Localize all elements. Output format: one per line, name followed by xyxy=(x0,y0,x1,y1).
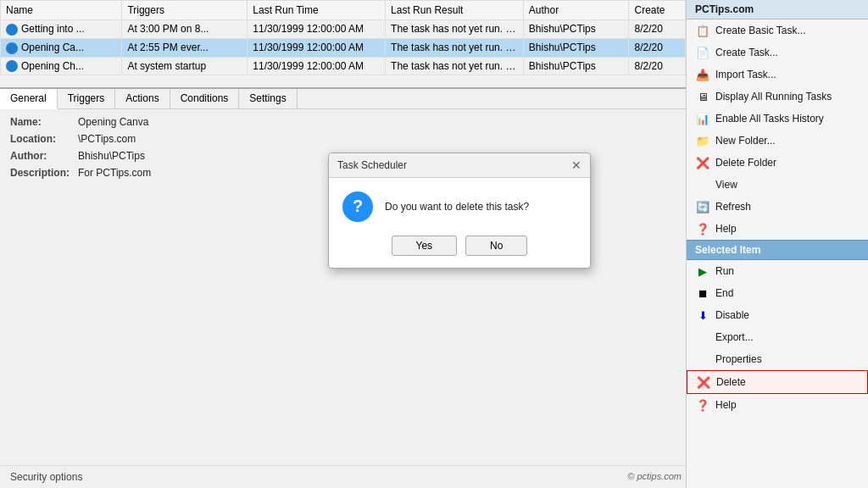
right-item-properties[interactable]: Properties xyxy=(687,348,868,370)
view-label: View xyxy=(715,179,737,191)
name-label: Name: xyxy=(10,116,78,128)
cell-trigger: At system startup xyxy=(122,57,248,75)
cell-author: Bhishu\PCTips xyxy=(523,20,629,39)
right-item-create-basic-task[interactable]: 📋Create Basic Task... xyxy=(687,19,868,42)
help-bottom-icon: ❓ xyxy=(695,397,710,413)
cell-result: The task has not yet run. (0x41303) xyxy=(386,20,524,39)
location-label: Location: xyxy=(10,133,78,145)
dialog-body: ? Do you want to delete this task? xyxy=(329,178,590,232)
cell-last-run: 11/30/1999 12:00:00 AM xyxy=(248,20,386,39)
right-item-disable[interactable]: ⬇Disable xyxy=(687,304,868,326)
view-icon xyxy=(695,177,710,192)
export-icon xyxy=(695,330,710,345)
security-section: Security options xyxy=(0,465,686,488)
right-item-help-bottom[interactable]: ❓Help xyxy=(687,394,868,416)
dialog-title-text: Task Scheduler xyxy=(337,159,407,171)
cell-name: Opening Ca... xyxy=(1,38,122,57)
dialog-message: Do you want to delete this task? xyxy=(385,201,529,213)
properties-label: Properties xyxy=(715,353,762,365)
table-row[interactable]: Getting into ... At 3:00 PM on 8... 11/3… xyxy=(1,20,686,39)
dialog-title-bar: Task Scheduler ✕ xyxy=(329,153,590,178)
right-item-refresh[interactable]: 🔄Refresh xyxy=(687,196,868,218)
cell-last-run: 11/30/1999 12:00:00 AM xyxy=(248,38,386,57)
enable-history-label: Enable All Tasks History xyxy=(715,113,824,125)
right-item-end[interactable]: ⏹End xyxy=(687,282,868,304)
cell-result: The task has not yet run. (0x41303) xyxy=(386,57,524,75)
dialog-close-button[interactable]: ✕ xyxy=(571,158,581,172)
refresh-icon: 🔄 xyxy=(695,199,710,214)
end-label: End xyxy=(715,287,733,299)
right-item-run[interactable]: ▶Run xyxy=(687,260,868,282)
end-icon: ⏹ xyxy=(695,286,710,301)
import-task-icon: 📥 xyxy=(695,67,710,82)
right-item-delete-folder[interactable]: ❌Delete Folder xyxy=(687,152,868,174)
delete-icon: ❌ xyxy=(696,374,711,390)
cell-trigger: At 3:00 PM on 8... xyxy=(122,20,248,39)
security-label: Security options xyxy=(10,471,82,483)
disable-icon: ⬇ xyxy=(695,308,710,323)
help-bottom-label: Help xyxy=(715,399,737,411)
cell-name: Opening Ch... xyxy=(1,57,122,75)
author-value: Bhishu\PCTips xyxy=(78,150,145,162)
right-item-display-running-tasks[interactable]: 🖥Display All Running Tasks xyxy=(687,86,868,108)
tab-conditions[interactable]: Conditions xyxy=(170,89,240,108)
right-item-create-task[interactable]: 📄Create Task... xyxy=(687,42,868,64)
col-last-result[interactable]: Last Run Result xyxy=(386,1,524,20)
task-table: Name Triggers Last Run Time Last Run Res… xyxy=(0,0,686,75)
dialog-no-button[interactable]: No xyxy=(465,236,527,256)
right-item-delete[interactable]: ❌Delete xyxy=(687,370,868,394)
col-created[interactable]: Create xyxy=(629,1,686,20)
detail-area: General Triggers Actions Conditions Sett… xyxy=(0,89,686,488)
tab-triggers[interactable]: Triggers xyxy=(58,89,116,108)
location-value: \PCTips.com xyxy=(78,133,136,145)
right-item-import-task[interactable]: 📥Import Task... xyxy=(687,64,868,86)
run-icon: ▶ xyxy=(695,263,710,279)
cell-author: Bhishu\PCTips xyxy=(523,38,629,57)
dialog-yes-button[interactable]: Yes xyxy=(392,236,458,256)
table-row[interactable]: Opening Ca... At 2:55 PM ever... 11/30/1… xyxy=(1,38,686,57)
author-label: Author: xyxy=(10,150,78,162)
create-task-icon: 📄 xyxy=(695,45,710,60)
import-task-label: Import Task... xyxy=(715,69,776,80)
right-item-new-folder[interactable]: 📁New Folder... xyxy=(687,130,868,152)
refresh-label: Refresh xyxy=(715,201,751,213)
right-section-title-1: PCTips.com xyxy=(687,0,868,19)
table-row[interactable]: Opening Ch... At system startup 11/30/19… xyxy=(1,57,686,75)
dialog-buttons: Yes No xyxy=(329,232,590,268)
cell-created: 8/2/20 xyxy=(629,57,686,75)
tabs-bar: General Triggers Actions Conditions Sett… xyxy=(0,89,686,109)
right-panel: PCTips.com 📋Create Basic Task...📄Create … xyxy=(686,0,868,488)
delete-label: Delete xyxy=(716,376,746,388)
right-item-export[interactable]: Export... xyxy=(687,326,868,348)
tab-settings[interactable]: Settings xyxy=(239,89,297,108)
task-table-area: Name Triggers Last Run Time Last Run Res… xyxy=(0,0,686,89)
right-bottom-items: ▶Run⏹End⬇DisableExport...Properties❌Dele… xyxy=(687,260,868,416)
cell-result: The task has not yet run. (0x41303) xyxy=(386,38,524,57)
cell-last-run: 11/30/1999 12:00:00 AM xyxy=(248,57,386,75)
tab-actions[interactable]: Actions xyxy=(115,89,170,108)
cell-created: 8/2/20 xyxy=(629,20,686,39)
selected-section-title: Selected Item xyxy=(687,240,868,260)
properties-icon xyxy=(695,352,710,367)
display-running-tasks-label: Display All Running Tasks xyxy=(715,91,832,103)
col-name[interactable]: Name xyxy=(1,1,122,20)
delete-folder-icon: ❌ xyxy=(695,155,710,170)
create-task-label: Create Task... xyxy=(715,47,778,58)
description-value: For PCTips.com xyxy=(78,167,151,179)
col-last-run[interactable]: Last Run Time xyxy=(248,1,386,20)
right-item-enable-history[interactable]: 📊Enable All Tasks History xyxy=(687,108,868,130)
watermark: © pctips.com xyxy=(627,471,682,481)
col-triggers[interactable]: Triggers xyxy=(122,1,248,20)
tab-general[interactable]: General xyxy=(0,89,58,109)
right-top-items: 📋Create Basic Task...📄Create Task...📥Imp… xyxy=(687,19,868,240)
export-label: Export... xyxy=(715,331,754,343)
right-item-view[interactable]: View xyxy=(687,174,868,196)
create-basic-task-label: Create Basic Task... xyxy=(715,25,806,36)
dialog-question-icon: ? xyxy=(342,191,373,222)
help-top-label: Help xyxy=(715,223,737,235)
right-item-help-top[interactable]: ❓Help xyxy=(687,218,868,240)
help-top-icon: ❓ xyxy=(695,221,710,236)
task-scheduler-dialog: Task Scheduler ✕ ? Do you want to delete… xyxy=(328,152,591,269)
col-author[interactable]: Author xyxy=(523,1,629,20)
disable-label: Disable xyxy=(715,309,749,321)
